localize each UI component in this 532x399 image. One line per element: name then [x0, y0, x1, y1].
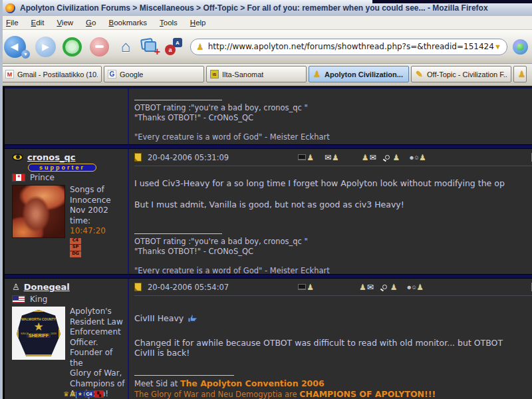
- menu-view[interactable]: View: [57, 19, 73, 27]
- url-input[interactable]: http://www.apolyton.net/forums/showthrea…: [208, 42, 494, 51]
- username-link[interactable]: cronos_qc: [27, 152, 75, 162]
- post-body: CivIII Heavy Changed it for awhile becau…: [134, 313, 532, 358]
- full-pm-link[interactable]: Full PM: [134, 299, 532, 308]
- tab-ilta-sanomat[interactable]: IS Ilta-Sanomat: [206, 66, 307, 82]
- menu-go[interactable]: Go: [86, 19, 96, 27]
- stop-button[interactable]: [90, 37, 109, 57]
- username-link[interactable]: Donegeal: [24, 282, 70, 292]
- post-separator: [5, 144, 532, 149]
- signature: Meet Sid at The Apolyton Convention 2006…: [134, 375, 532, 399]
- user-info: Apolyton's Resident Law Enforcement Offi…: [70, 307, 128, 399]
- user-rank: Prince: [30, 173, 55, 182]
- user-column: [5, 88, 129, 144]
- signature: OTBOT rating :"you're a bad boy, cronos_…: [134, 100, 532, 142]
- forward-button[interactable]: ▶: [35, 37, 56, 57]
- crown-badge: ♛: [63, 391, 69, 398]
- post-header: 20-04-2006 05:31:09 ♟ ✉♟ ♟✉ ♟ ☻☺♟: [134, 149, 532, 166]
- signature-line: "Thanks OTBOT!" - CrONoS_QC: [134, 113, 532, 123]
- tab-gmail[interactable]: M Gmail - Postilaatikko (10...: [1, 66, 102, 82]
- translate-button[interactable]: A a: [165, 38, 182, 55]
- quill-icon: ✎: [415, 70, 424, 78]
- go-button[interactable]: [513, 39, 528, 55]
- post-date: 20-04-2006 05:54:07: [148, 283, 229, 292]
- signature-line: The Glory of War and Neu Demogyptia are …: [134, 389, 532, 399]
- window-border: [0, 0, 3, 399]
- signature-divider: [134, 233, 222, 234]
- back-history-dropdown[interactable]: ▼: [21, 50, 30, 59]
- signature-line: OTBOT rating :"you're a bad boy, cronos_…: [134, 103, 532, 113]
- convention-link[interactable]: The Apolyton Convention 2006: [180, 378, 325, 388]
- user-column: ♙ Donegeal King WALWORTH COUNTY ★: [5, 279, 129, 399]
- user-badges: ♛ ♛ ★ C4 ▚: [63, 390, 104, 398]
- new-tab-button[interactable]: +: [141, 39, 158, 55]
- home-button[interactable]: ⌂: [116, 36, 136, 57]
- site-favicon: ♟: [196, 42, 204, 52]
- pm-icon[interactable]: ♟✉: [359, 283, 374, 291]
- post-column: OTBOT rating :"you're a bad boy, cronos_…: [129, 88, 532, 144]
- search-posts-icon[interactable]: ♟: [382, 283, 398, 291]
- post-row-cronos: cronos_qc supporter Prince Songs of Inno…: [5, 149, 532, 274]
- url-bar[interactable]: ♟ http://www.apolyton.net/forums/showthr…: [190, 39, 507, 55]
- tab-partial[interactable]: ♟: [513, 66, 527, 82]
- post-column: 20-04-2006 05:54:07 ♟ ♟✉ ♟ ☻☺♟ ╱: [129, 279, 532, 399]
- menu-help[interactable]: Help: [190, 19, 206, 27]
- forward-icon: ▶: [42, 41, 49, 52]
- post-row-donegeal: ♙ Donegeal King WALWORTH COUNTY ★: [5, 279, 532, 399]
- forum-thread-table: OTBOT rating :"you're a bad boy, cronos_…: [5, 87, 532, 399]
- post-note-icon: [134, 283, 142, 291]
- menu-edit[interactable]: Edit: [31, 19, 45, 27]
- profile-icon[interactable]: ♟: [298, 154, 314, 162]
- url-dropdown-icon[interactable]: ▼: [494, 43, 501, 51]
- signature-quote: "Every creature is a word of God" - Meis…: [134, 266, 532, 274]
- navigation-toolbar: ◀ ▼ ▶ ⌂ + A a ♟ http://www.apolyton.net/…: [0, 30, 532, 64]
- back-icon: ◀: [11, 41, 19, 53]
- badge-c4: C4: [84, 390, 94, 398]
- menu-bar: File Edit View Go Bookmarks Tools Help: [0, 16, 532, 30]
- post-date: 20-04-2006 05:31:09: [148, 153, 229, 162]
- post-body: I used Civ3-Heavy for a so long time I f…: [134, 178, 532, 209]
- local-time: 10:47:20: [70, 226, 111, 237]
- post-row-truncated: OTBOT rating :"you're a bad boy, cronos_…: [5, 88, 532, 144]
- reload-button[interactable]: [63, 37, 82, 57]
- signature-line: Meet Sid at The Apolyton Convention 2006: [134, 378, 532, 389]
- google-icon: G: [108, 70, 116, 78]
- time-label: time:: [70, 216, 111, 227]
- signature-divider: [134, 100, 222, 100]
- email-icon[interactable]: ✉♟: [325, 154, 339, 162]
- signature-line: OTBOT rating :"you're a bad boy, cronos_…: [134, 237, 532, 247]
- pm-icon[interactable]: ♟✉: [362, 154, 376, 162]
- user-rank: King: [30, 295, 47, 304]
- browser-window: Apolyton Civilization Forums > Miscellan…: [0, 0, 532, 399]
- online-eye-icon: [12, 154, 23, 161]
- page-content: OTBOT rating :"you're a bad boy, cronos_…: [0, 87, 532, 399]
- usa-flag: [12, 295, 25, 303]
- sheriff-patch: WALWORTH COUNTY ★ SINCE 1839 SHERIFF: [17, 310, 61, 356]
- star-badge: ★: [76, 390, 84, 398]
- firefox-icon: [5, 3, 15, 13]
- buddy-icon[interactable]: ☻☺♟: [408, 154, 426, 162]
- menu-bookmarks[interactable]: Bookmarks: [108, 19, 147, 27]
- tab-apolyton-active[interactable]: ♟ Apolyton Civilization...: [309, 66, 409, 82]
- post-header: 20-04-2006 05:54:07 ♟ ♟✉ ♟ ☻☺♟ ╱: [134, 279, 532, 296]
- menu-file[interactable]: File: [6, 19, 19, 27]
- post-note-icon: [134, 153, 142, 162]
- canada-flag: [12, 174, 25, 182]
- buddy-icon[interactable]: ☻☺♟: [406, 283, 424, 291]
- profile-icon[interactable]: ♟: [298, 283, 314, 291]
- signature: OTBOT rating :"you're a bad boy, cronos_…: [134, 233, 532, 274]
- stop-icon: [95, 45, 104, 48]
- menu-tools[interactable]: Tools: [160, 19, 178, 27]
- go-icon: [517, 43, 524, 51]
- back-button[interactable]: ◀ ▼: [4, 36, 26, 58]
- avatar: [12, 185, 65, 238]
- post-column: 20-04-2006 05:31:09 ♟ ✉♟ ♟✉ ♟ ☻☺♟: [129, 149, 532, 274]
- tab-off-topic[interactable]: ✎ Off-Topic - Civilization F...: [411, 66, 511, 82]
- user-badges: C4 SP DG: [70, 238, 111, 257]
- avatar: WALWORTH COUNTY ★ SINCE 1839 SHERIFF: [12, 307, 65, 360]
- screen-edge-strip: [372, 0, 532, 3]
- tab-bar: M Gmail - Postilaatikko (10... G Google …: [0, 64, 532, 87]
- apolyton-icon: ♟: [313, 70, 321, 78]
- tab-google[interactable]: G Google: [104, 66, 204, 82]
- search-posts-icon[interactable]: ♟: [385, 154, 400, 162]
- post-separator: [5, 274, 532, 279]
